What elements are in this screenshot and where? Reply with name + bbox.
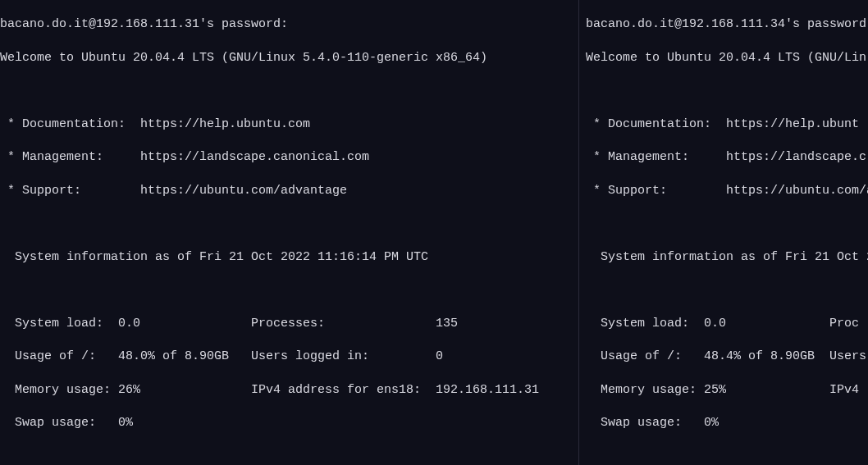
sysinfo-row: Memory usage: 25% IPv4 <box>586 382 868 399</box>
blank <box>586 83 868 99</box>
sysinfo-row: Usage of /: 48.0% of 8.90GB Users logged… <box>0 349 578 365</box>
ssh-password-prompt: bacano.do.it@192.168.111.31's password: <box>0 16 578 33</box>
terminal-pane-left[interactable]: bacano.do.it@192.168.111.31's password: … <box>0 0 578 465</box>
blank <box>586 216 868 232</box>
ssh-password-prompt: bacano.do.it@192.168.111.34's password <box>586 16 868 33</box>
sysinfo-row: System load: 0.0 Processes: 135 <box>0 316 578 332</box>
support-link: * Support: https://ubuntu.com/a <box>586 183 868 199</box>
sysinfo-row: System load: 0.0 Proc <box>586 316 868 332</box>
mgmt-link: * Management: https://landscape.canonica… <box>0 149 578 166</box>
welcome-line: Welcome to Ubuntu 20.04.4 LTS (GNU/Lin <box>586 50 868 66</box>
blank <box>0 216 578 232</box>
doc-link: * Documentation: https://help.ubuntu.com <box>0 116 578 133</box>
terminal-pane-right[interactable]: bacano.do.it@192.168.111.34's password W… <box>578 0 868 465</box>
blank <box>586 449 868 465</box>
sysinfo-row: Swap usage: 0% <box>0 415 578 431</box>
welcome-line: Welcome to Ubuntu 20.04.4 LTS (GNU/Linux… <box>0 50 578 66</box>
sysinfo-row: Memory usage: 26% IPv4 address for ens18… <box>0 382 578 399</box>
blank <box>0 83 578 99</box>
support-link: * Support: https://ubuntu.com/advantage <box>0 183 578 199</box>
sysinfo-row: Swap usage: 0% <box>586 415 868 431</box>
sysinfo-row: Usage of /: 48.4% of 8.90GB Users <box>586 349 868 365</box>
blank <box>0 282 578 299</box>
blank <box>586 282 868 299</box>
sysinfo-header: System information as of Fri 21 Oct 2022… <box>0 249 578 266</box>
sysinfo-header: System information as of Fri 21 Oct 2 <box>586 249 868 266</box>
mgmt-link: * Management: https://landscape.c <box>586 149 868 166</box>
blank <box>0 449 578 465</box>
doc-link: * Documentation: https://help.ubunt <box>586 116 868 133</box>
